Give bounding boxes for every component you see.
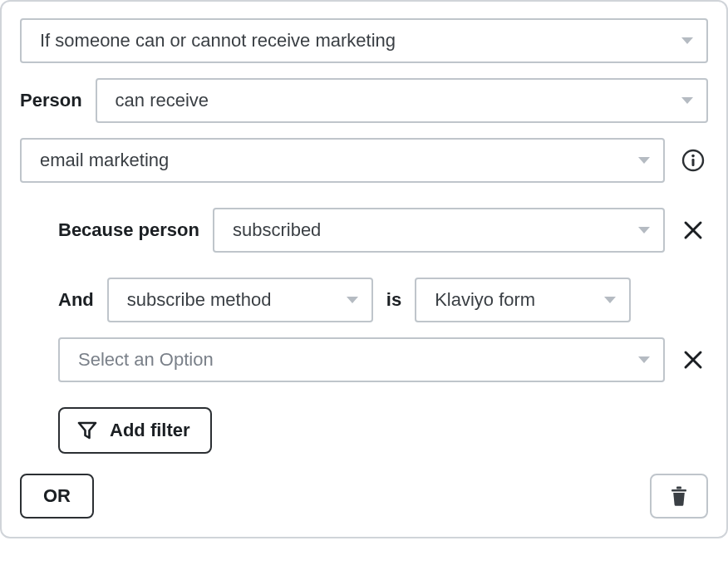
add-filter-button[interactable]: Add filter [58, 407, 212, 454]
because-person-label: Because person [58, 219, 199, 241]
close-icon [682, 349, 704, 371]
info-button[interactable] [678, 145, 708, 175]
or-label: OR [43, 485, 71, 507]
svg-rect-7 [671, 489, 686, 492]
condition-type-label: If someone can or cannot receive marketi… [40, 30, 396, 52]
close-icon [682, 219, 704, 241]
and-value-label: Klaviyo form [435, 289, 535, 311]
is-label: is [386, 289, 401, 311]
filter-icon [76, 420, 98, 441]
chevron-down-icon [638, 356, 650, 363]
channel-label: email marketing [40, 150, 169, 171]
can-receive-select[interactable]: can receive [96, 78, 708, 123]
chevron-down-icon [681, 97, 693, 104]
option-select[interactable]: Select an Option [58, 337, 665, 382]
because-person-select[interactable]: subscribed [213, 208, 665, 253]
add-filter-label: Add filter [110, 420, 190, 441]
chevron-down-icon [638, 227, 650, 233]
svg-rect-2 [692, 159, 695, 166]
and-value-select[interactable]: Klaviyo form [415, 278, 631, 322]
or-button[interactable]: OR [20, 474, 94, 519]
segment-condition-panel: If someone can or cannot receive marketi… [0, 0, 728, 538]
remove-because-button[interactable] [678, 215, 708, 245]
svg-rect-8 [676, 487, 681, 489]
can-receive-label: can receive [116, 90, 209, 111]
option-placeholder: Select an Option [78, 349, 214, 371]
info-icon [681, 149, 705, 172]
remove-option-button[interactable] [678, 345, 708, 375]
chevron-down-icon [347, 297, 358, 303]
person-label: Person [20, 90, 82, 111]
chevron-down-icon [604, 297, 616, 303]
trash-icon [669, 485, 689, 507]
and-field-select[interactable]: subscribe method [107, 278, 373, 322]
condition-type-select[interactable]: If someone can or cannot receive marketi… [20, 18, 708, 63]
delete-condition-button[interactable] [650, 474, 708, 519]
svg-point-1 [691, 155, 695, 158]
and-field-label: subscribe method [127, 289, 272, 311]
chevron-down-icon [638, 157, 650, 164]
channel-select[interactable]: email marketing [20, 138, 665, 183]
because-person-value: subscribed [233, 219, 321, 241]
chevron-down-icon [681, 37, 693, 44]
and-label: And [58, 289, 94, 311]
